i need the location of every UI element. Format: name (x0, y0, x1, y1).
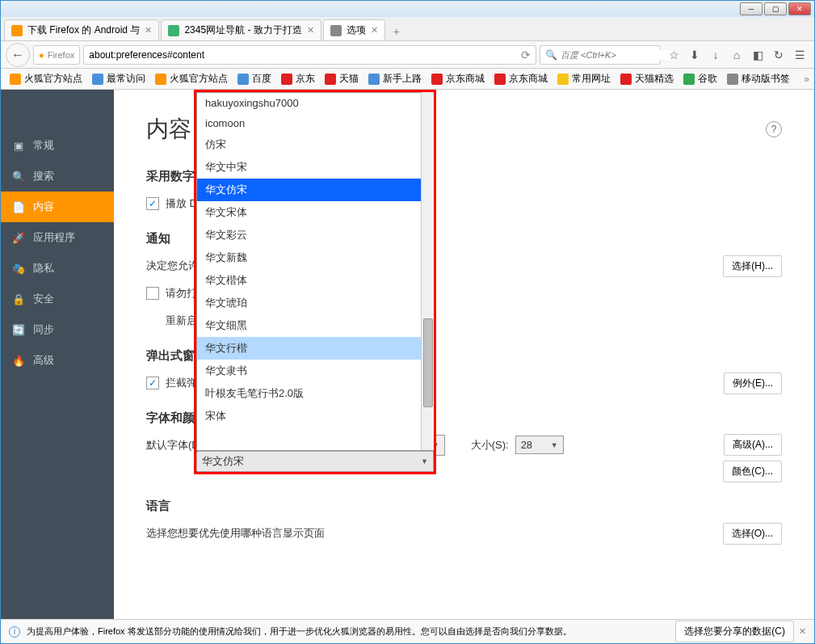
bookmark-item[interactable]: 新手上路 (364, 72, 426, 86)
sidebar-item-搜索[interactable]: 🔍搜索 (1, 161, 114, 192)
advanced-button[interactable]: 高级(A)... (724, 434, 782, 456)
menu-icon[interactable]: ☰ (790, 44, 809, 66)
color-button[interactable]: 颜色(C)... (723, 461, 782, 482)
font-select-expanded[interactable]: 华文仿宋 ▼ (196, 451, 434, 472)
bookmark-item[interactable]: 移动版书签 (723, 72, 794, 86)
bookmark-label: 谷歌 (698, 72, 717, 86)
pocket-icon[interactable]: ⬇ (685, 44, 704, 66)
bookmark-item[interactable]: 火狐官方站点 (6, 72, 86, 86)
font-option[interactable]: 华文彩云 (197, 224, 433, 246)
font-dropdown-list[interactable]: hakuyoxingshu7000icomoon仿宋华文中宋华文仿宋华文宋体华文… (196, 92, 434, 451)
bookmarks-overflow-icon[interactable]: » (804, 74, 809, 85)
sidebar-item-内容[interactable]: 📄内容 (1, 192, 114, 222)
bookmark-label: 最常访问 (107, 72, 145, 86)
sidebar-icon: 🔍 (12, 170, 25, 183)
font-option[interactable]: 仿宋 (197, 133, 433, 156)
font-option[interactable]: 华文中宋 (197, 156, 433, 179)
sidebar-icon: 🎭 (12, 263, 25, 275)
sidebar-item-隐私[interactable]: 🎭隐私 (1, 253, 114, 284)
url-box[interactable]: ⟳ (83, 45, 536, 65)
reload-icon[interactable]: ⟳ (521, 48, 531, 61)
font-option[interactable]: hakuyoxingshu7000 (197, 93, 433, 113)
bookmark-item[interactable]: 京东商城 (490, 72, 552, 86)
popup-checkbox[interactable] (146, 377, 159, 389)
browser-tab[interactable]: 2345网址导航 - 致力于打造 ✕ (161, 19, 321, 40)
sidebar-item-应用程序[interactable]: 🚀应用程序 (1, 222, 114, 253)
chevron-down-icon: ▼ (551, 441, 558, 449)
bookmark-favicon (727, 74, 738, 85)
status-close-icon[interactable]: ✕ (799, 626, 806, 637)
sidebar-item-高级[interactable]: 🔥高级 (1, 345, 114, 376)
sidebar-icon[interactable]: ◧ (748, 44, 767, 66)
window-titlebar: ─ ▢ ✕ (1, 1, 814, 17)
bookmark-item[interactable]: 京东商城 (427, 72, 489, 86)
back-button[interactable]: ← (6, 43, 30, 67)
sidebar-label: 隐私 (33, 261, 54, 276)
font-option[interactable]: 华文细黑 (197, 314, 433, 337)
home-icon[interactable]: ⌂ (727, 44, 746, 66)
bookmark-item[interactable]: 谷歌 (679, 72, 721, 86)
font-option[interactable]: 叶根友毛笔行书2.0版 (197, 382, 433, 405)
dnd-checkbox[interactable] (146, 287, 159, 300)
sync-icon[interactable]: ↻ (769, 44, 788, 66)
notif-choose-button[interactable]: 选择(H)... (723, 255, 782, 277)
bookmark-item[interactable]: 天猫精选 (616, 72, 678, 86)
bookmark-label: 天猫 (339, 72, 359, 86)
font-option[interactable]: 华文仿宋 (197, 179, 433, 201)
tab-close-icon[interactable]: ✕ (371, 25, 378, 36)
bookmark-item[interactable]: 天猫 (321, 72, 363, 86)
browser-tab[interactable]: 选项 ✕ (323, 19, 385, 40)
identity-box[interactable]: ● Firefox (33, 45, 80, 65)
font-option[interactable]: 华文宋体 (197, 201, 433, 224)
sidebar-icon: 🔥 (12, 355, 25, 367)
bookmark-item[interactable]: 火狐官方站点 (151, 72, 232, 86)
bookmark-label: 常用网址 (572, 72, 611, 86)
status-bar: i 为提高用户体验，Firefox 将发送部分功能的使用情况给我们，用于进一步优… (1, 619, 814, 643)
browser-tab[interactable]: 下载 Firefox 的 Android 与 ✕ (4, 19, 159, 40)
sidebar-label: 安全 (33, 292, 54, 306)
help-icon[interactable]: ? (766, 121, 782, 137)
search-box[interactable]: 🔍 (540, 45, 661, 65)
font-option[interactable]: 华文楷体 (197, 269, 433, 292)
tab-close-icon[interactable]: ✕ (145, 25, 152, 36)
bookmark-label: 火狐官方站点 (24, 72, 82, 86)
sidebar-item-同步[interactable]: 🔄同步 (1, 314, 114, 345)
size-select[interactable]: 28 ▼ (515, 436, 564, 454)
search-input[interactable] (561, 50, 673, 60)
bookmark-label: 京东商城 (509, 72, 548, 86)
scrollbar-thumb[interactable] (423, 318, 433, 407)
font-option[interactable]: icomoon (197, 113, 433, 133)
bookmark-item[interactable]: 百度 (233, 72, 275, 86)
tab-close-icon[interactable]: ✕ (307, 25, 314, 36)
bookmark-favicon (431, 74, 443, 85)
share-data-button[interactable]: 选择您要分享的数据(C) (675, 621, 794, 642)
font-option[interactable]: 华文新魏 (197, 246, 433, 269)
sidebar-label: 内容 (33, 200, 54, 214)
font-option[interactable]: 华文行楷 (197, 337, 433, 360)
bookmark-item[interactable]: 京东 (277, 72, 319, 86)
font-option[interactable]: 华文隶书 (197, 360, 433, 382)
bookmark-favicon (155, 74, 166, 85)
bookmark-favicon (620, 74, 632, 85)
bookmark-label: 新手上路 (383, 72, 422, 86)
info-icon: i (9, 626, 20, 638)
minimize-button[interactable]: ─ (740, 2, 762, 15)
bookmark-item[interactable]: 常用网址 (553, 72, 615, 86)
sidebar-item-常规[interactable]: ▣常规 (1, 130, 114, 161)
maximize-button[interactable]: ▢ (764, 2, 787, 15)
drm-checkbox[interactable] (146, 197, 159, 210)
new-tab-button[interactable]: + (387, 23, 406, 40)
sidebar-item-安全[interactable]: 🔒安全 (1, 284, 114, 314)
bookmark-star-icon[interactable]: ☆ (664, 44, 683, 66)
downloads-icon[interactable]: ↓ (706, 44, 725, 66)
close-button[interactable]: ✕ (788, 2, 811, 15)
font-option[interactable]: 宋体 (197, 405, 433, 427)
font-option[interactable]: 华文琥珀 (197, 292, 433, 314)
lang-choose-button[interactable]: 选择(O)... (723, 523, 782, 545)
scrollbar[interactable] (421, 92, 434, 450)
url-input[interactable] (89, 49, 521, 61)
popup-exceptions-button[interactable]: 例外(E)... (724, 373, 782, 394)
bookmark-label: 京东 (296, 72, 315, 86)
chevron-down-icon: ▼ (421, 457, 428, 465)
bookmark-item[interactable]: 最常访问 (88, 72, 149, 86)
